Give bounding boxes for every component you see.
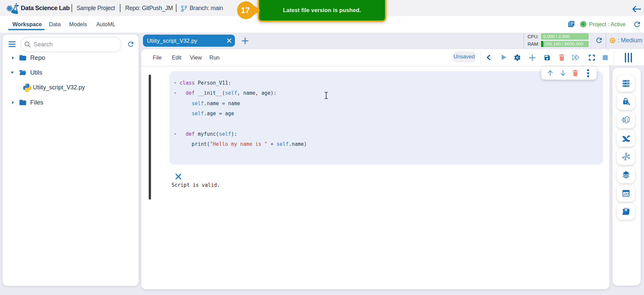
ram-value: 205.180 / 8000.000	[544, 41, 583, 46]
header-separator	[120, 4, 120, 12]
cpu-label: CPU:	[528, 33, 539, 40]
tree-item-label[interactable]: Repo	[30, 54, 45, 61]
toolbar-extension	[609, 49, 644, 66]
variables-button[interactable]: (x)	[617, 185, 635, 202]
file-explorer-panel: Repo Utils Utiity_script_V32.py Files	[3, 35, 139, 286]
move-cell-up-icon[interactable]	[547, 70, 554, 77]
delete-trash-icon[interactable]	[558, 54, 565, 61]
open-file-tab[interactable]: Utiity_script_V32.py	[143, 35, 235, 47]
new-tab-icon[interactable]	[242, 37, 249, 44]
fold-arrow-icon[interactable]	[174, 81, 177, 85]
active-tab-underline	[8, 29, 45, 30]
move-cell-down-icon[interactable]	[559, 70, 566, 77]
shuffle-button[interactable]	[617, 130, 635, 146]
open-folder-icon	[622, 207, 631, 216]
layers-button[interactable]	[617, 167, 635, 183]
server-stack-icon	[622, 79, 631, 88]
resources-divider	[524, 33, 524, 48]
build-gear-icon[interactable]	[513, 54, 521, 61]
chevron-right-icon[interactable]	[10, 55, 15, 60]
search-icon	[24, 41, 31, 48]
svg-text:(x): (x)	[624, 192, 629, 196]
cpu-value: 0.000 / 2.000	[543, 34, 570, 39]
header-separator	[71, 4, 72, 12]
fold-arrow-icon[interactable]	[174, 132, 177, 136]
variable-window-icon: (x)	[622, 189, 631, 198]
chevron-down-icon[interactable]	[9, 70, 15, 75]
ram-meter: 205.180 / 8000.000	[541, 41, 589, 47]
pipeline-button[interactable]	[617, 149, 635, 165]
delete-cell-icon[interactable]	[572, 70, 579, 77]
tab-models[interactable]: Models	[69, 16, 87, 33]
toolbar-divider	[614, 50, 614, 65]
instance-size-label: : Medium	[617, 33, 642, 48]
editor-panel: File Edit View Run Unsaved class Person_…	[141, 49, 609, 289]
tab-automl[interactable]: AutoML	[96, 16, 115, 33]
folder-open-icon	[18, 69, 27, 77]
code-line[interactable]: def __init__(self, name, age):	[180, 88, 307, 98]
layers-icon	[622, 170, 631, 179]
fold-arrow-icon[interactable]	[174, 91, 177, 95]
shuffle-icon	[622, 134, 630, 143]
step-back-icon[interactable]	[486, 54, 492, 60]
code-editor-text[interactable]: class Person_V11: def __init__(self, nam…	[180, 78, 307, 150]
branch-label: Branch: main	[190, 5, 223, 12]
network-hub-icon	[622, 152, 631, 161]
resources-refresh-icon[interactable]	[595, 36, 603, 44]
project-refresh-icon[interactable]	[633, 20, 641, 29]
close-tab-icon[interactable]	[227, 38, 232, 43]
toast-message: Latest file version is pushed.	[283, 7, 361, 13]
save-status-label: Unsaved	[453, 54, 475, 60]
menu-file[interactable]: File	[153, 49, 162, 66]
ml-models-button[interactable]	[617, 112, 635, 128]
step-badge-number: 17	[241, 6, 250, 15]
explorer-refresh-icon[interactable]	[127, 40, 135, 48]
menu-view[interactable]: View	[190, 49, 202, 66]
code-line[interactable]: class Person_V11:	[180, 78, 307, 88]
datasets-button[interactable]	[617, 75, 635, 92]
app-root: Data Science Lab Sample Project Repo: Gi…	[0, 0, 644, 295]
back-arrow-icon[interactable]	[632, 5, 642, 13]
cell-active-bar	[149, 75, 151, 200]
menu-edit[interactable]: Edit	[172, 49, 181, 66]
toolbar-divider	[481, 50, 481, 65]
security-button[interactable]	[617, 93, 635, 110]
code-line[interactable]: self.age = age	[180, 109, 307, 119]
text-cursor-pointer	[324, 91, 328, 99]
hamburger-menu-icon[interactable]	[8, 41, 16, 48]
result-close-icon[interactable]	[175, 173, 182, 180]
git-branch-icon	[181, 5, 188, 12]
tab-data[interactable]: Data	[49, 16, 61, 33]
code-cell[interactable]: class Person_V11: def __init__(self, nam…	[169, 71, 603, 165]
chevron-right-icon[interactable]	[10, 100, 15, 105]
file-tab-label: Utiity_script_V32.py	[147, 38, 197, 44]
header-separator	[176, 4, 177, 12]
tree-item-label[interactable]: Utiity_script_V32.py	[33, 84, 85, 91]
tree-item-label[interactable]: Utils	[30, 69, 42, 76]
add-cell-icon[interactable]	[529, 54, 536, 61]
step-badge: 17	[237, 1, 261, 20]
python-file-icon	[23, 84, 32, 92]
file-browser-button[interactable]	[617, 203, 635, 220]
save-icon[interactable]	[544, 54, 551, 61]
app-title: Data Science Lab	[21, 4, 69, 12]
menu-run[interactable]: Run	[209, 49, 219, 66]
brain-circuit-icon	[622, 116, 631, 125]
stop-icon[interactable]	[603, 55, 608, 60]
code-line[interactable]: print("Hello my name is " + self.name)	[180, 139, 307, 149]
code-line[interactable]: def myfunc(self):	[180, 129, 307, 139]
code-line[interactable]: self.name = name	[180, 98, 307, 109]
fast-forward-icon[interactable]	[572, 54, 581, 60]
cell-output-text: Script is valid.	[171, 182, 220, 188]
run-play-icon[interactable]	[501, 54, 507, 60]
cell-more-options-icon[interactable]	[586, 69, 590, 78]
folder-icon	[19, 54, 27, 62]
search-input[interactable]	[20, 37, 121, 52]
app-logo-icon	[5, 2, 21, 16]
tree-item-label[interactable]: Files	[30, 99, 43, 106]
project-docs-icon[interactable]	[567, 20, 575, 28]
cpu-meter: 0.000 / 2.000	[541, 33, 589, 40]
panel-columns-icon[interactable]	[625, 53, 632, 62]
code-line[interactable]	[180, 119, 307, 129]
fullscreen-icon[interactable]	[588, 54, 595, 61]
